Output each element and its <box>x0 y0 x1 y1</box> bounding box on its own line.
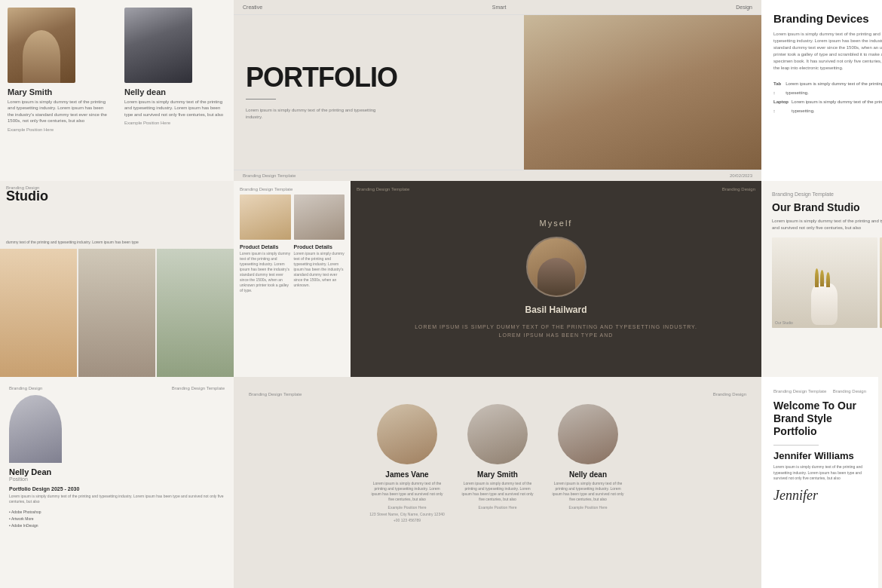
card-studio-left: Branding Design Studio dummy text of the… <box>0 181 234 377</box>
nelly-top-name: Nelly dean <box>124 87 226 96</box>
nelly-bottom-position: Position <box>9 476 225 482</box>
james-phone: +00 123 456789 <box>369 517 445 523</box>
team-header: Branding Design Template Branding Design <box>249 392 746 397</box>
studio-image-2 <box>78 249 155 377</box>
james-avatar <box>377 404 437 464</box>
branding-tab-item: Tab : Lorem ipsum is simply dummy text o… <box>773 79 882 97</box>
skills-list: Adobe Photoshop Artwork More Adobe InDes… <box>9 509 225 529</box>
myself-avatar <box>526 237 586 297</box>
portfolio-header-creative: Creative <box>243 5 262 10</box>
skill-photoshop: Adobe Photoshop <box>9 509 225 516</box>
team-members: James Vane Lorem ipsum is simply dummy t… <box>369 404 626 523</box>
studio-left-desc: dummy text of the printing and typesetti… <box>6 240 228 245</box>
mary-photo <box>8 8 75 83</box>
portfolio-right <box>524 15 761 170</box>
portfolio-footer-right: 20/02/2023 <box>730 173 752 178</box>
product-detail-1: Product Details Lorem ipsum is simply du… <box>240 244 291 293</box>
card-nelly-bottom: Branding Design Branding Design Template… <box>0 377 234 588</box>
mary-desc: Lorem ipsum is simply dummy text of the … <box>8 99 109 124</box>
product-image-1 <box>240 194 291 240</box>
portfolio-person-image <box>524 15 761 170</box>
myself-quote-line2: LOREM IPSUM HAS BEEN TYPE AND <box>415 331 697 339</box>
studio-images <box>0 249 234 377</box>
branding-devices-title: Branding Devices <box>773 12 882 25</box>
brand-studio-images: Our Studio Lorem ipsum is simply dummy t… <box>772 237 882 328</box>
nelly-bottom-desc: Lorem ipsum is simply dummy text of the … <box>9 494 225 504</box>
portfolio-desc: Lorem ipsum is simply dummy text of the … <box>246 107 381 121</box>
nelly-bottom-photo <box>9 395 62 463</box>
myself-section-title: Myself <box>540 219 573 228</box>
studio-text-container: Lorem ipsum is simply dummy text of the … <box>880 271 883 296</box>
welcome-name: Jennifer Williams <box>773 450 866 461</box>
nelly-bottom-name: Nelly Dean <box>9 467 225 476</box>
card-branding-devices: Branding Devices Lorem ipsum is simply d… <box>761 0 882 181</box>
team-member-nelly2: Nelly dean Lorem ipsum is simply dummy t… <box>550 404 626 523</box>
product1-title: Product Details <box>240 244 291 250</box>
brand-studio-desc: Lorem ipsum is simply dummy text of the … <box>772 218 882 231</box>
portfolio-footer-left: Branding Design Template <box>243 173 296 178</box>
wheat-stem-1 <box>815 268 819 287</box>
nelly2-avatar <box>558 404 618 464</box>
mary2-desc: Lorem ipsum is simply dummy text of the … <box>460 481 535 502</box>
card-portfolio: Creative Smart Design PORTFOLIO Lorem ip… <box>234 0 761 181</box>
products-header: Branding Design Template <box>240 187 345 191</box>
mary2-avatar <box>467 404 528 464</box>
product2-title: Product Details <box>294 244 345 250</box>
product1-desc: Lorem ipsum is simply dummy text of the … <box>240 251 291 293</box>
card-products: Branding Design Template Product Details… <box>234 181 351 377</box>
branding-devices-desc: Lorem ipsum is simply dummy text of the … <box>773 31 882 72</box>
brand-studio-image-2: Lorem ipsum is simply dummy text of the … <box>880 237 883 328</box>
product-detail-2: Product Details Lorem ipsum is simply du… <box>294 244 345 293</box>
branding-laptop-desc: Lorem ipsum is simply dummy text of the … <box>792 97 882 115</box>
portfolio-header-design: Design <box>736 5 752 10</box>
welcome-title: Welcome To Our Brand Style Portfolio <box>773 400 866 437</box>
nelly-bottom-header-right: Branding Design Template <box>172 386 225 390</box>
products-grid <box>240 194 345 240</box>
card-brand-studio: Branding Design Template Branding Design… <box>761 181 882 377</box>
portfolio-footer: Branding Design Template 20/02/2023 <box>234 170 761 181</box>
card-myself: Branding Design Template Branding Design… <box>351 181 761 377</box>
welcome-divider <box>773 445 819 446</box>
vase <box>811 283 838 325</box>
welcome-header: Branding Design Template Branding Design <box>773 389 866 394</box>
james-street: 123 Street Name, City Name, Country 1234… <box>369 511 445 517</box>
team-header-left: Branding Design Template <box>249 392 302 397</box>
nelly-top-desc: Lorem ipsum is simply dummy text of the … <box>124 99 226 118</box>
studio-image-1 <box>0 249 77 377</box>
portfolio-divider <box>246 99 276 100</box>
nelly-top-photo <box>124 8 192 83</box>
branding-laptop-item: Laptop : Lorem ipsum is simply dummy tex… <box>773 97 882 115</box>
nelly-top-position: Example Position Here <box>124 121 226 125</box>
myself-header-left: Branding Design Template <box>357 187 409 191</box>
our-studio-label: Our Studio <box>775 320 793 325</box>
wheat-stem-3 <box>826 272 830 287</box>
myself-name: Basil Hailward <box>525 305 586 315</box>
myself-quote-line1: LOREM IPSUM IS SIMPLY DUMMY TEXT OF THE … <box>415 323 697 331</box>
portfolio-left: PORTFOLIO Lorem ipsum is simply dummy te… <box>234 15 524 170</box>
products-details: Product Details Lorem ipsum is simply du… <box>240 244 345 293</box>
welcome-desc: Lorem ipsum is simply dummy text of the … <box>773 464 866 482</box>
james-desc: Lorem ipsum is simply dummy text of the … <box>369 481 445 502</box>
brand-studio-header: Branding Design Template Branding Design <box>772 191 882 197</box>
nelly2-desc: Lorem ipsum is simply dummy text of the … <box>550 481 626 502</box>
james-address: 123 Street Name, City Name, Country 1234… <box>369 511 445 523</box>
mary2-position: Example Position Here <box>479 505 517 510</box>
team-member-mary: Mary Smith Lorem ipsum is simply dummy t… <box>460 404 535 523</box>
vase-container <box>772 237 877 328</box>
nelly-bottom-header: Branding Design Branding Design Template <box>9 386 225 390</box>
welcome-signature: Jennifer <box>773 488 866 504</box>
studio-left-title: Studio <box>6 188 48 204</box>
product2-desc: Lorem ipsum is simply dummy text of the … <box>294 251 345 288</box>
branding-tab-desc: Lorem ipsum is simply dummy text of the … <box>786 79 882 97</box>
portfolio-title: PORTFOLIO <box>246 64 512 91</box>
nelly2-position: Example Position Here <box>569 505 608 510</box>
skill-artwork: Artwork More <box>9 516 225 522</box>
portfolio-main: PORTFOLIO Lorem ipsum is simply dummy te… <box>234 15 761 170</box>
main-grid: Mary Smith Lorem ipsum is simply dummy t… <box>0 0 882 588</box>
myself-header-right: Branding Design <box>722 187 755 191</box>
nelly-bottom-portfolio-label: Portfolio Design 2025 - 2030 <box>9 486 225 492</box>
card-team: Branding Design Template Branding Design… <box>234 377 761 588</box>
branding-devices-items: Tab : Lorem ipsum is simply dummy text o… <box>773 79 882 115</box>
brand-studio-title: Our Brand Studio <box>772 201 882 213</box>
brand-studio-header-left: Branding Design Template <box>772 191 834 197</box>
